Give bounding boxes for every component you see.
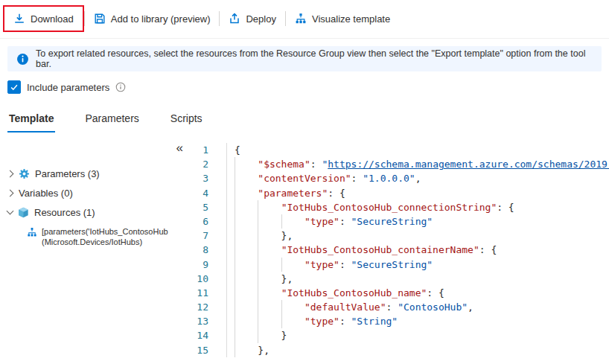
code-token: "SecureString"	[351, 216, 433, 227]
line-number[interactable]: 8	[191, 243, 219, 257]
chevron-down-icon[interactable]	[7, 208, 14, 215]
download-button[interactable]: Download	[4, 7, 83, 31]
line-number[interactable]: 7	[191, 229, 219, 243]
code-line[interactable]: "IotHubs_ContosoHub_name": {	[226, 286, 609, 300]
line-number[interactable]: 5	[191, 200, 219, 214]
info-tooltip-icon[interactable]	[115, 82, 126, 92]
cube-icon	[18, 207, 29, 218]
code-line[interactable]: },	[226, 343, 609, 357]
tab-bar: Template Parameters Scripts	[7, 112, 232, 132]
code-token: "String"	[351, 316, 398, 327]
line-number[interactable]: 2	[191, 157, 219, 171]
code-line[interactable]: },	[226, 229, 609, 243]
code-line[interactable]: }	[226, 328, 609, 342]
code-token: : {	[328, 188, 345, 199]
code-token: :	[339, 316, 351, 327]
code-token: ,	[468, 301, 474, 313]
editor-line[interactable]: 1{	[191, 143, 609, 157]
tree-item-label: Resources (1)	[34, 207, 95, 218]
line-number[interactable]: 11	[191, 286, 219, 300]
tab-parameters[interactable]: Parameters	[83, 112, 140, 132]
line-number[interactable]: 9	[191, 258, 219, 272]
code-line[interactable]: {	[226, 143, 609, 157]
code-line[interactable]: "type": "SecureString"	[226, 214, 609, 229]
editor-line[interactable]: 8 "IotHubs_ContosoHub_containerName": {	[191, 243, 609, 257]
line-number[interactable]: 3	[191, 171, 219, 185]
editor-line[interactable]: 6 "type": "SecureString"	[191, 214, 609, 229]
line-number[interactable]: 6	[191, 214, 219, 229]
line-number[interactable]: 12	[191, 300, 219, 314]
code-line[interactable]: "type": "SecureString"	[226, 258, 609, 272]
tree-item-resources[interactable]: Resources (1)	[0, 202, 191, 222]
tab-template[interactable]: Template	[7, 112, 55, 132]
editor-line[interactable]: 12 "defaultValue": "ContosoHub",	[191, 300, 609, 314]
code-token: "contentVersion"	[258, 173, 351, 184]
editor-line[interactable]: 2 "$schema": "https://schema.management.…	[191, 157, 609, 171]
deploy-button[interactable]: Deploy	[220, 7, 284, 31]
info-banner: To export related resources, select the …	[7, 46, 602, 71]
code-token	[235, 259, 304, 270]
editor-line[interactable]: 13 "type": "String"	[191, 314, 609, 328]
code-token	[235, 173, 258, 184]
code-token: },	[235, 345, 270, 356]
editor-line[interactable]: 3 "contentVersion": "1.0.0.0",	[191, 171, 609, 185]
indent-guide	[258, 200, 258, 214]
include-parameters-checkbox[interactable]	[7, 80, 21, 94]
code-token: }	[235, 330, 287, 341]
editor-lines: 1{2 "$schema": "https://schema.managemen…	[191, 143, 609, 357]
download-icon	[13, 13, 25, 25]
editor-line[interactable]: 4 "parameters": {	[191, 186, 609, 200]
code-token: "SecureString"	[351, 259, 433, 270]
line-number[interactable]: 14	[191, 328, 219, 342]
indent-guide	[258, 229, 258, 243]
tree-item-label: Parameters (3)	[35, 168, 100, 179]
chevron-right-icon[interactable]	[7, 170, 14, 177]
indent-guide	[235, 214, 235, 229]
indent-guide	[258, 214, 258, 229]
code-token: "1.0.0.0"	[363, 173, 415, 184]
line-number[interactable]: 10	[191, 272, 219, 286]
code-line[interactable]: "IotHubs_ContosoHub_containerName": {	[226, 243, 609, 257]
deploy-label: Deploy	[246, 13, 275, 25]
editor-line[interactable]: 15 },	[191, 343, 609, 357]
code-token: :	[339, 216, 351, 227]
code-line[interactable]: "contentVersion": "1.0.0.0",	[226, 171, 609, 185]
line-number[interactable]: 15	[191, 343, 219, 357]
code-token: },	[235, 273, 293, 284]
chevron-right-icon[interactable]	[7, 189, 14, 197]
code-token	[235, 301, 304, 313]
line-number[interactable]: 13	[191, 314, 219, 328]
code-token: https://schema.management.azure.com/sche…	[328, 159, 609, 170]
visualize-template-button[interactable]: Visualize template	[286, 7, 399, 31]
editor-line[interactable]: 9 "type": "SecureString"	[191, 258, 609, 272]
code-line[interactable]: "$schema": "https://schema.management.az…	[226, 157, 609, 171]
editor-line[interactable]: 11 "IotHubs_ContosoHub_name": {	[191, 286, 609, 300]
line-number[interactable]: 1	[191, 143, 219, 157]
code-line[interactable]: "defaultValue": "ContosoHub",	[226, 300, 609, 314]
add-to-library-button[interactable]: Add to library (preview)	[85, 7, 220, 31]
code-token: : {	[479, 244, 497, 255]
code-line[interactable]: },	[226, 272, 609, 286]
indent-guide	[235, 258, 235, 272]
editor-line[interactable]: 10 },	[191, 272, 609, 286]
code-line[interactable]: "IotHubs_ContosoHub_connectionString": {	[226, 200, 609, 214]
line-number[interactable]: 4	[191, 186, 219, 200]
tree-item-variables[interactable]: Variables (0)	[0, 183, 191, 202]
tree-item-resource[interactable]: [parameters('IotHubs_ContosoHub (Microso…	[0, 227, 191, 247]
indent-guide	[235, 171, 235, 185]
indent-guide	[258, 243, 258, 257]
tree-item-parameters[interactable]: Parameters (3)	[0, 164, 191, 183]
include-parameters-label[interactable]: Include parameters	[27, 82, 109, 93]
indent-guide	[281, 214, 282, 229]
code-editor[interactable]: 1{2 "$schema": "https://schema.managemen…	[191, 141, 609, 364]
editor-line[interactable]: 5 "IotHubs_ContosoHub_connectionString":…	[191, 200, 609, 214]
tab-scripts[interactable]: Scripts	[169, 112, 204, 132]
visualize-template-label: Visualize template	[312, 13, 390, 25]
collapse-panel-button[interactable]: «	[176, 141, 183, 154]
code-line[interactable]: "parameters": {	[226, 186, 609, 200]
editor-line[interactable]: 14 }	[191, 328, 609, 342]
code-line[interactable]: "type": "String"	[226, 314, 609, 328]
editor-line[interactable]: 7 },	[191, 229, 609, 243]
resource-tree-panel: « Parameters (3) Variables (0) Resources…	[0, 141, 191, 364]
tree-item-label: Variables (0)	[19, 188, 73, 199]
